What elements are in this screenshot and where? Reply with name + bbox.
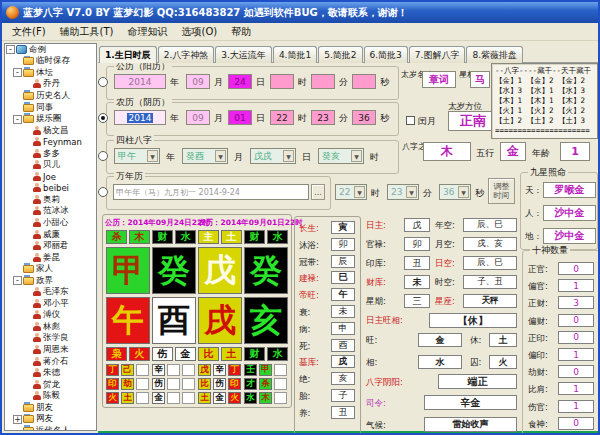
tree-item[interactable]: 家人 (5, 263, 96, 275)
chevron-down-icon[interactable]: ▼ (354, 186, 365, 198)
tab-3[interactable]: 3.大运流年 (215, 46, 272, 63)
wannianli-time-select-1[interactable]: 23▼ (387, 184, 419, 200)
sizhu-pillar-2-select[interactable]: 戊戌▼ (250, 148, 296, 164)
tab-5[interactable]: 5.简批2 (318, 46, 362, 63)
tab-6[interactable]: 6.简批3 (364, 46, 408, 63)
tree-expand-icon[interactable]: - (13, 276, 22, 285)
pillar-3-hgods-2 (274, 378, 287, 390)
tree-item-label: 网友 (36, 414, 53, 426)
tree-item[interactable]: 蒋介石 (5, 356, 96, 368)
wannianli-date-field[interactable]: 甲午年（马）九月初一 2014-9-24 (113, 184, 309, 200)
gongli-minute-input[interactable] (311, 74, 335, 89)
tree-item-label: 朋友 (36, 402, 53, 414)
chevron-down-icon[interactable]: ▼ (215, 150, 226, 162)
sizhu-pillar-3-select[interactable]: 癸亥▼ (318, 148, 364, 164)
tree-item[interactable]: -体坛 (5, 67, 96, 79)
tree-item[interactable]: 朱德 (5, 367, 96, 379)
tree-item[interactable]: 历史名人 (5, 90, 96, 102)
tree-expand-icon[interactable]: - (13, 115, 22, 124)
menu-item-0[interactable]: 文件(F) (5, 23, 53, 41)
tree-item[interactable]: 贺龙 (5, 379, 96, 391)
tree-item[interactable]: 小甜心 (5, 217, 96, 229)
wannianli-more-button[interactable]: ... (311, 184, 325, 200)
sizhu-pillar-0-select[interactable]: 甲午▼ (114, 148, 160, 164)
tree-item[interactable]: 近代名人 (5, 425, 96, 431)
info-label-a-3: 财库: (366, 277, 386, 287)
wuxing-label: 五行 (476, 148, 494, 158)
chevron-down-icon[interactable]: ▼ (406, 186, 417, 198)
tree-expand-icon[interactable]: - (6, 45, 15, 54)
menu-item-2[interactable]: 命理知识 (120, 23, 174, 41)
tree-item[interactable]: 周恩来 (5, 344, 96, 356)
tree-item[interactable]: 朋友 (5, 402, 96, 414)
wannianli-radio[interactable] (98, 187, 108, 197)
nongli-year-input[interactable]: 2014 (114, 110, 166, 125)
pillar-2-helems-0: 土 (198, 392, 211, 404)
tree-item[interactable]: 威廉 (5, 229, 96, 241)
nongli-second-input[interactable]: 36 (352, 110, 376, 125)
nongli-month-input[interactable]: 09 (186, 110, 210, 125)
tree-item[interactable]: 邓丽君 (5, 240, 96, 252)
menu-item-1[interactable]: 辅助工具(T) (53, 23, 121, 41)
sizhu-pillar-1-select[interactable]: 癸酉▼ (182, 148, 228, 164)
tree-item[interactable]: 毛泽东 (5, 286, 96, 298)
chevron-down-icon[interactable]: ▼ (147, 150, 158, 162)
chevron-down-icon[interactable]: ▼ (283, 150, 294, 162)
tree-item[interactable]: 张学良 (5, 333, 96, 345)
gongli-month-input[interactable]: 09 (186, 74, 210, 89)
tree-item[interactable]: -命例 (5, 44, 96, 56)
tree-item[interactable]: 奥莉 (5, 194, 96, 206)
tree-item[interactable]: 乔丹 (5, 79, 96, 91)
tree-item[interactable]: 临时保存 (5, 56, 96, 68)
menu-bar: 文件(F)辅助工具(T)命理知识选项(O)帮助 (2, 23, 598, 41)
chevron-down-icon[interactable]: ▼ (351, 150, 362, 162)
tree-item[interactable]: 多多 (5, 148, 96, 160)
tree-item[interactable]: Joe (5, 171, 96, 183)
gongli-radio[interactable] (98, 77, 108, 87)
changsheng-value-8: 戌 (331, 355, 355, 368)
tree-item[interactable]: 姜昆 (5, 252, 96, 264)
tree-item[interactable]: 溥仪 (5, 310, 96, 322)
title-bar[interactable]: 蓝梦八字 V7.0 BY 蓝梦幻影 QQ:316483827 如遇到软件BUG，… (2, 2, 598, 23)
nongli-day-input[interactable]: 01 (228, 110, 252, 125)
tree-item[interactable]: 邓小平 (5, 298, 96, 310)
gongli-day-input[interactable]: 24 (228, 74, 252, 89)
tree-item[interactable]: 贝儿 (5, 159, 96, 171)
tree-item[interactable]: -娱乐圈 (5, 113, 96, 125)
tree-expand-icon[interactable]: - (13, 68, 22, 77)
tree-item[interactable]: -政界 (5, 275, 96, 287)
tree-item-label: beibei (43, 183, 69, 193)
tree-item[interactable]: 同事 (5, 102, 96, 114)
leap-month-checkbox[interactable] (406, 116, 415, 125)
gongli-year-input[interactable]: 2014 (114, 74, 166, 89)
nongli-minute-input[interactable]: 23 (311, 110, 335, 125)
tab-2[interactable]: 2.八字神煞 (158, 46, 215, 63)
wannianli-time-select-2[interactable]: 36▼ (439, 184, 471, 200)
changsheng-label-0: 长生: (299, 223, 319, 233)
tab-1[interactable]: 1.生日时辰 (99, 46, 157, 63)
tab-7[interactable]: 7.图解八字 (409, 46, 466, 63)
tree-item[interactable]: beibei (5, 183, 96, 195)
sizhu-radio[interactable] (98, 151, 108, 161)
chevron-down-icon[interactable]: ▼ (458, 186, 469, 198)
menu-item-3[interactable]: 选项(O) (174, 23, 224, 41)
tree-expand-icon[interactable]: + (13, 415, 22, 424)
tree-item[interactable]: 杨文昌 (5, 125, 96, 137)
tab-8[interactable]: 8.紫薇排盘 (466, 46, 523, 63)
wannianli-time-select-0[interactable]: 22▼ (335, 184, 367, 200)
adjust-time-button[interactable]: 调整时间 (488, 178, 515, 204)
tree-item[interactable]: +网友 (5, 414, 96, 426)
tree-item[interactable]: Feynman (5, 136, 96, 148)
tree-item[interactable]: 陈毅 (5, 390, 96, 402)
tree-item[interactable]: 林彪 (5, 321, 96, 333)
gongli-second-input[interactable] (352, 74, 376, 89)
tab-4[interactable]: 4.简批1 (273, 46, 317, 63)
tree-item[interactable]: 范冰冰 (5, 206, 96, 218)
nongli-hour-input[interactable]: 22 (270, 110, 294, 125)
menu-item-4[interactable]: 帮助 (224, 23, 258, 41)
shishen-label-6: 劫财: (528, 367, 548, 377)
pillar-1-helems-1 (167, 392, 180, 404)
nongli-radio[interactable] (98, 113, 108, 123)
gongli-month-label: 月 (214, 77, 223, 87)
gongli-hour-input[interactable] (270, 74, 294, 89)
